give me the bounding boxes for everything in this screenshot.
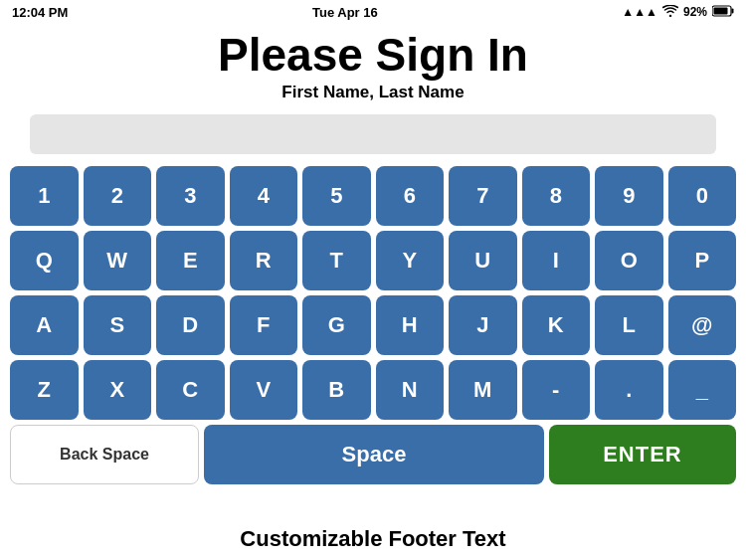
signal-icon: ▲▲▲ [622, 5, 657, 19]
space-button[interactable]: Space [204, 425, 544, 484]
battery-icon [712, 5, 734, 20]
key-underscore[interactable]: _ [668, 360, 737, 420]
key-b[interactable]: B [302, 360, 371, 420]
key-f[interactable]: F [230, 295, 298, 355]
key-l[interactable]: L [595, 295, 663, 355]
key-u[interactable]: U [449, 231, 517, 290]
zxcv-row: ZXCVBNM-._ [10, 360, 736, 420]
key-q[interactable]: Q [10, 231, 79, 290]
key-6[interactable]: 6 [376, 166, 445, 226]
key-m[interactable]: M [449, 360, 517, 420]
status-time: 12:04 PM [12, 5, 68, 20]
key-a[interactable]: A [10, 295, 79, 355]
header: Please Sign In First Name, Last Name [0, 24, 746, 106]
key-d[interactable]: D [156, 295, 225, 355]
key-1[interactable]: 1 [10, 166, 79, 226]
key-v[interactable]: V [230, 360, 298, 420]
backspace-button[interactable]: Back Space [10, 425, 199, 484]
key-3[interactable]: 3 [156, 166, 225, 226]
key-9[interactable]: 9 [595, 166, 663, 226]
status-date: Tue Apr 16 [312, 5, 378, 20]
name-input-field[interactable] [30, 114, 716, 154]
key-h[interactable]: H [376, 295, 445, 355]
key-y[interactable]: Y [376, 231, 445, 290]
key-4[interactable]: 4 [230, 166, 298, 226]
key-dot[interactable]: . [595, 360, 663, 420]
key-w[interactable]: W [84, 231, 152, 290]
key-dash[interactable]: - [522, 360, 591, 420]
key-c[interactable]: C [156, 360, 225, 420]
key-n[interactable]: N [376, 360, 445, 420]
key-5[interactable]: 5 [302, 166, 371, 226]
key-j[interactable]: J [449, 295, 517, 355]
numbers-row: 1234567890 [10, 166, 736, 226]
qwerty-row: QWERTYUIOP [10, 231, 736, 290]
page-subtitle: First Name, Last Name [281, 83, 464, 102]
footer-text: Customizable Footer Text [0, 520, 746, 560]
keyboard: 1234567890 QWERTYUIOP ASDFGHJKL@ ZXCVBNM… [0, 162, 746, 520]
key-z[interactable]: Z [10, 360, 79, 420]
asdf-row: ASDFGHJKL@ [10, 295, 736, 355]
key-s[interactable]: S [84, 295, 152, 355]
enter-button[interactable]: ENTER [549, 425, 736, 484]
bottom-row: Back Space Space ENTER [10, 425, 736, 484]
key-e[interactable]: E [156, 231, 225, 290]
key-0[interactable]: 0 [668, 166, 737, 226]
key-k[interactable]: K [522, 295, 591, 355]
key-g[interactable]: G [302, 295, 371, 355]
key-2[interactable]: 2 [84, 166, 152, 226]
key-t[interactable]: T [302, 231, 371, 290]
key-o[interactable]: O [595, 231, 663, 290]
key-8[interactable]: 8 [522, 166, 591, 226]
key-r[interactable]: R [230, 231, 298, 290]
key-p[interactable]: P [668, 231, 737, 290]
svg-rect-2 [713, 7, 727, 14]
key-7[interactable]: 7 [449, 166, 517, 226]
svg-rect-1 [731, 8, 733, 13]
status-bar: 12:04 PM Tue Apr 16 ▲▲▲ 92% [0, 0, 746, 24]
key-x[interactable]: X [84, 360, 152, 420]
wifi-icon [662, 5, 678, 20]
key-i[interactable]: I [522, 231, 591, 290]
key-at[interactable]: @ [668, 295, 737, 355]
battery-status: 92% [683, 5, 707, 19]
page-title: Please Sign In [218, 30, 528, 81]
status-right: ▲▲▲ 92% [622, 5, 734, 20]
